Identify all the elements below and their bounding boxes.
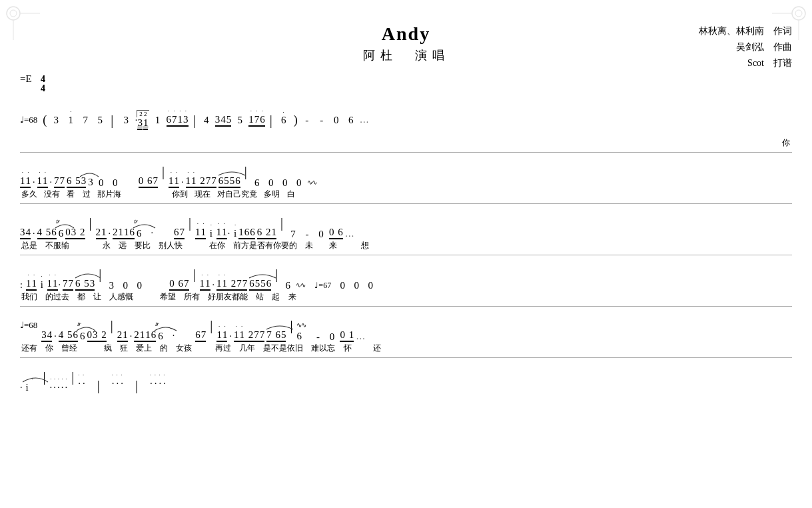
- song-title: Andy: [20, 23, 792, 45]
- rest-0-1: 0: [95, 178, 107, 188]
- bar-line-12: |: [109, 318, 115, 333]
- note-31-group: 3 1: [137, 117, 148, 130]
- note-653-r: 6 5 3: [75, 278, 95, 291]
- lyric-haiyou: 还有: [20, 343, 39, 354]
- note-456-area-2: 𝆖 4 5 6: [59, 329, 78, 342]
- lyrics-line-1: 多久 没有 看 过 那片海 你到 现在 对自己究竟 多明 白: [20, 188, 792, 200]
- music-writer: 吴剑泓 作曲: [699, 39, 792, 55]
- note-345-group: 3 4 5: [215, 114, 232, 127]
- lyric-nidao: 你到: [171, 189, 189, 200]
- note-6-end: 6: [345, 115, 357, 125]
- music-line-3: : · 1 · 1: [20, 257, 792, 303]
- rest-0-r1: 0: [119, 281, 131, 291]
- dash-line2: -: [301, 229, 313, 239]
- lyric-zhanqi: 站 起: [254, 291, 281, 303]
- lyric-haopengyou: 好朋友都能: [206, 291, 249, 303]
- note-3-group: · 3: [183, 114, 189, 125]
- note-0: 0: [330, 115, 342, 125]
- lyric-suoyou: 所有: [183, 291, 201, 303]
- bar-line-8: |: [278, 215, 285, 231]
- note-dots-line5: · · · · · · · ·: [50, 382, 68, 393]
- lyric-aishang: 爱上: [135, 343, 153, 354]
- note-7-b: 7: [287, 229, 299, 239]
- lyric-fengkuang: 疯 狂: [103, 343, 129, 354]
- rest-0-r5: 0: [364, 281, 376, 291]
- notes-line-4: ♩=68 3 4 · 𝆖 4 5 6: [20, 309, 792, 342]
- bar-line-16: |: [69, 369, 76, 385]
- time-sig-bottom: 4: [41, 84, 45, 93]
- lyric-hai-cut: 还: [371, 343, 383, 354]
- dash-1: -: [301, 115, 313, 125]
- rest-0-2: 0: [109, 178, 121, 188]
- note-4: 4: [201, 115, 212, 125]
- note-067: 0 6 7: [139, 175, 158, 188]
- tempo-mark-1: ♩=68: [20, 115, 37, 125]
- note-ii277: · 1 · 1 2 7 7: [186, 175, 216, 188]
- bar-line-7: |: [187, 215, 193, 231]
- music-line-5: · · i | · ·: [20, 360, 792, 405]
- note-ii-r2: · 1 · 1: [200, 278, 210, 291]
- lyric-weilai: 未 来: [304, 240, 338, 251]
- note-ii277-r: · 1 · 1 2 7 7: [216, 278, 247, 291]
- meta-block: 林秋离、林利南 作词 吴剑泓 作曲 Scot 打谱: [699, 23, 792, 71]
- lyric-nicengjing: 你 曾经: [44, 343, 79, 354]
- music-line-2: 3 4 · 𝆖 4 5 6: [20, 206, 792, 251]
- tempo-mark-2: ♩=67: [314, 281, 331, 291]
- note-6-dot-line2: 6 ·: [137, 228, 150, 239]
- shake-mark-1: ∿∿: [307, 179, 316, 186]
- dot-above-i1: ·: [70, 109, 71, 115]
- lyric-shibu: 是不是依旧: [262, 343, 304, 354]
- note-765: 7 6 5: [266, 329, 286, 342]
- svg-point-0: [7, 7, 20, 20]
- note-1: 1: [152, 115, 164, 125]
- note-6-dot-up: · 6: [277, 115, 290, 125]
- note-6-slur: 6: [59, 228, 64, 239]
- staff-sep-3: [20, 255, 792, 255]
- dash-2: -: [316, 115, 328, 125]
- music-line-1: · 1 · 1 · · 1: [20, 155, 792, 200]
- lyric-meiyou: 没有: [43, 189, 61, 200]
- note-3-slur: 3: [88, 177, 93, 188]
- note-5: 5: [94, 115, 106, 125]
- note-ii-2: · 1 · 1: [37, 175, 48, 188]
- lyric-duojiu: 多久: [20, 189, 39, 200]
- time-sig-top: 4: [41, 75, 45, 84]
- note-3u: 3: [137, 117, 143, 130]
- bar-line-6: |: [87, 215, 94, 231]
- section-22: 2 2 3 1: [137, 110, 149, 131]
- lyrics-line-2: 总是 不服输 永 远 要比 别人快 在你 前方是否有你要的 未 来 想: [20, 239, 792, 251]
- note-6556: 6 5 5 6: [218, 175, 240, 188]
- shake-mark-3: ∿∿: [296, 321, 306, 329]
- note-06: 0 6: [329, 227, 343, 239]
- cutoff-arrow: …: [360, 115, 369, 125]
- rest-0-r4: 0: [350, 281, 362, 291]
- key-time-display: =E 4 4: [20, 73, 47, 93]
- lyric-yongyuan: 永 远: [101, 240, 128, 251]
- note-7-group: · 7: [172, 114, 177, 125]
- note-i1: 1 ·: [65, 115, 77, 125]
- rest-0-3: 0: [265, 178, 277, 188]
- singer-line: 阿杜 演唱: [20, 47, 792, 63]
- note-3-dot: 3 ·: [118, 115, 134, 125]
- lyrics-line-0: 你: [20, 137, 792, 149]
- lyric-lai: 来: [286, 291, 298, 303]
- note-ii-3: · 1 · 1: [169, 175, 179, 188]
- volta-22: 2 2: [137, 110, 149, 118]
- lyric-xiwang: 希望: [159, 291, 177, 303]
- lyric-ni: 你: [780, 137, 792, 149]
- lyric-women: 我们 的过去: [20, 291, 71, 303]
- note-2116-area: 𝆖 2 1 1 6: [113, 227, 135, 239]
- dot-6: ·: [283, 109, 284, 115]
- note-21-dot: 2 1: [96, 227, 107, 239]
- lyric-kanguo: 看 过: [65, 189, 92, 200]
- staff-sep-5: [20, 357, 792, 358]
- note-176-group: · 1 · 7 · 6: [248, 114, 265, 127]
- bar-line-13: |: [208, 318, 214, 333]
- time-signature: 4 4: [41, 75, 45, 93]
- dot-start: ·: [20, 383, 23, 393]
- lyrics-writers: 林秋离、林利南 作词: [699, 23, 792, 39]
- notes-line-2: 3 4 · 𝆖 4 5 6: [20, 206, 792, 239]
- lyric-jinian: 几年: [238, 343, 256, 354]
- note-ii-line4: · 1 · 1: [216, 329, 227, 342]
- staff-block: ♩=68 ( 3 1 ·: [20, 103, 792, 405]
